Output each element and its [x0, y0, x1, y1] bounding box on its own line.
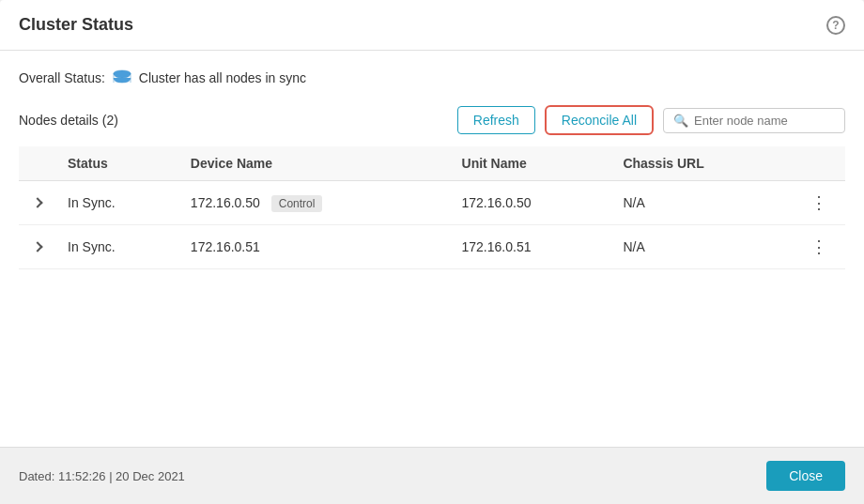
- modal-footer: Dated: 11:52:26 | 20 Dec 2021 Close: [0, 447, 864, 504]
- col-actions: [794, 146, 845, 181]
- row-2-actions-cell: ⋮: [794, 225, 845, 269]
- table-body: In Sync. 172.16.0.50 Control 172.16.0.50…: [19, 181, 845, 269]
- col-unit-name: Unit Name: [451, 146, 612, 181]
- overall-status-row: Overall Status: Cluster has all nodes in…: [19, 69, 845, 86]
- db-icon: [113, 69, 131, 86]
- node-search-box: 🔍: [663, 108, 845, 133]
- nodes-label: Nodes details (2): [19, 113, 448, 128]
- help-icon[interactable]: ?: [826, 16, 845, 35]
- close-button[interactable]: Close: [766, 461, 845, 491]
- modal-title: Cluster Status: [19, 15, 133, 35]
- chevron-right-icon: [32, 197, 42, 207]
- overall-status-message: Cluster has all nodes in sync: [139, 70, 306, 85]
- cluster-status-modal: Cluster Status ? Overall Status: Cluster…: [0, 0, 864, 504]
- reconcile-all-button[interactable]: Reconcile All: [545, 105, 654, 135]
- col-chassis-url: Chassis URL: [611, 146, 794, 181]
- row-1-actions-cell: ⋮: [794, 181, 845, 225]
- nodes-table: Status Device Name Unit Name Chassis URL…: [19, 146, 845, 269]
- nodes-toolbar: Nodes details (2) Refresh Reconcile All …: [19, 105, 845, 135]
- row-2-chassis-url: N/A: [611, 225, 794, 269]
- row-2-kebab-button[interactable]: ⋮: [805, 237, 834, 257]
- row-1-unit-name: 172.16.0.50: [451, 181, 612, 225]
- row-1-kebab-button[interactable]: ⋮: [805, 192, 834, 213]
- table-header: Status Device Name Unit Name Chassis URL: [19, 146, 845, 181]
- modal-header: Cluster Status ?: [0, 0, 864, 51]
- col-expand: [19, 146, 56, 181]
- row-expand-cell: [19, 225, 56, 269]
- node-search-input[interactable]: [694, 114, 835, 128]
- control-badge: Control: [271, 195, 323, 212]
- search-icon: 🔍: [673, 114, 688, 128]
- row-2-unit-name: 172.16.0.51: [451, 225, 612, 269]
- row-expand-cell: [19, 181, 56, 225]
- row-1-chassis-url: N/A: [611, 181, 794, 225]
- row-2-device-name: 172.16.0.51: [179, 225, 451, 269]
- col-device-name: Device Name: [179, 146, 451, 181]
- table-row: In Sync. 172.16.0.51 172.16.0.51 N/A ⋮: [19, 225, 845, 269]
- modal-body: Overall Status: Cluster has all nodes in…: [0, 51, 864, 447]
- row-1-status: In Sync.: [56, 181, 179, 225]
- table-row: In Sync. 172.16.0.50 Control 172.16.0.50…: [19, 181, 845, 225]
- footer-date: Dated: 11:52:26 | 20 Dec 2021: [19, 469, 185, 483]
- overall-status-label: Overall Status:: [19, 70, 105, 85]
- row-2-status: In Sync.: [56, 225, 179, 269]
- expand-row-1-button[interactable]: [30, 195, 45, 210]
- refresh-button[interactable]: Refresh: [457, 106, 535, 134]
- row-1-device-name: 172.16.0.50 Control: [179, 181, 451, 225]
- chevron-right-icon: [32, 241, 42, 252]
- expand-row-2-button[interactable]: [30, 239, 45, 254]
- col-status: Status: [56, 146, 179, 181]
